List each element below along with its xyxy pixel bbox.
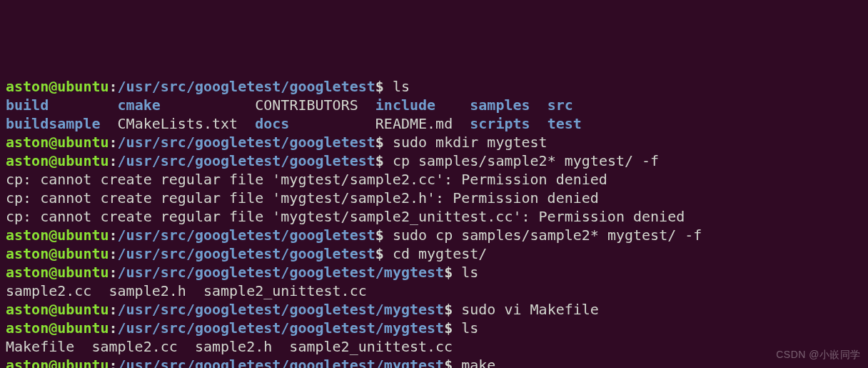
- ls-output-2: sample2.cc sample2.h sample2_unittest.cc: [6, 282, 367, 299]
- command-mkdir: sudo mkdir mygtest: [393, 134, 547, 151]
- prompt-path: /usr/src/googletest/googletest: [118, 78, 375, 95]
- prompt-line: aston@ubuntu:/usr/src/googletest/googlet…: [6, 134, 384, 151]
- dir-build: build: [6, 96, 49, 114]
- prompt-line: aston@ubuntu:/usr/src/googletest/googlet…: [6, 301, 453, 318]
- command-ls: ls: [461, 264, 478, 281]
- watermark-text: CSDN @小嵌同学: [776, 345, 861, 364]
- command-make: make: [461, 357, 495, 368]
- prompt-user: aston: [6, 78, 49, 95]
- command-cp: cp samples/sample2* mygtest/ -f: [393, 152, 659, 169]
- file-contributors: CONTRIBUTORS: [255, 96, 358, 114]
- cp-error-3: cp: cannot create regular file 'mygtest/…: [6, 208, 685, 225]
- ls-output-row1: build cmake CONTRIBUTORS include samples…: [6, 96, 573, 114]
- ls-output-row2: buildsample CMakeLists.txt docs README.m…: [6, 115, 582, 132]
- prompt-line: aston@ubuntu:/usr/src/googletest/googlet…: [6, 227, 384, 244]
- command-vi: sudo vi Makefile: [461, 301, 599, 318]
- terminal-output[interactable]: aston@ubuntu:/usr/src/googletest/googlet…: [6, 77, 862, 368]
- dir-samples: samples: [470, 96, 530, 114]
- prompt-line: aston@ubuntu:/usr/src/googletest/googlet…: [6, 357, 453, 368]
- command-cd: cd mygtest/: [393, 245, 487, 262]
- file-readme: README.md: [375, 115, 453, 132]
- prompt-line: aston@ubuntu:/usr/src/googletest/googlet…: [6, 78, 384, 95]
- dir-buildsample: buildsample: [6, 115, 100, 132]
- prompt-line: aston@ubuntu:/usr/src/googletest/googlet…: [6, 319, 453, 337]
- dir-src: src: [547, 96, 573, 114]
- prompt-line: aston@ubuntu:/usr/src/googletest/googlet…: [6, 245, 384, 262]
- prompt-line: aston@ubuntu:/usr/src/googletest/googlet…: [6, 152, 384, 169]
- command-ls: ls: [461, 319, 478, 337]
- cp-error-2: cp: cannot create regular file 'mygtest/…: [6, 189, 599, 207]
- file-cmakelists: CMakeLists.txt: [118, 115, 238, 132]
- ls-output-3: Makefile sample2.cc sample2.h sample2_un…: [6, 338, 453, 355]
- cp-error-1: cp: cannot create regular file 'mygtest/…: [6, 171, 607, 188]
- dir-cmake: cmake: [118, 96, 161, 114]
- dir-test: test: [547, 115, 582, 132]
- command-sudo-cp: sudo cp samples/sample2* mygtest/ -f: [393, 227, 702, 244]
- dir-include: include: [375, 96, 435, 114]
- dir-docs: docs: [255, 115, 289, 132]
- prompt-host: ubuntu: [57, 78, 108, 95]
- command-ls: ls: [393, 78, 410, 95]
- dir-scripts: scripts: [470, 115, 530, 132]
- prompt-line: aston@ubuntu:/usr/src/googletest/googlet…: [6, 264, 453, 281]
